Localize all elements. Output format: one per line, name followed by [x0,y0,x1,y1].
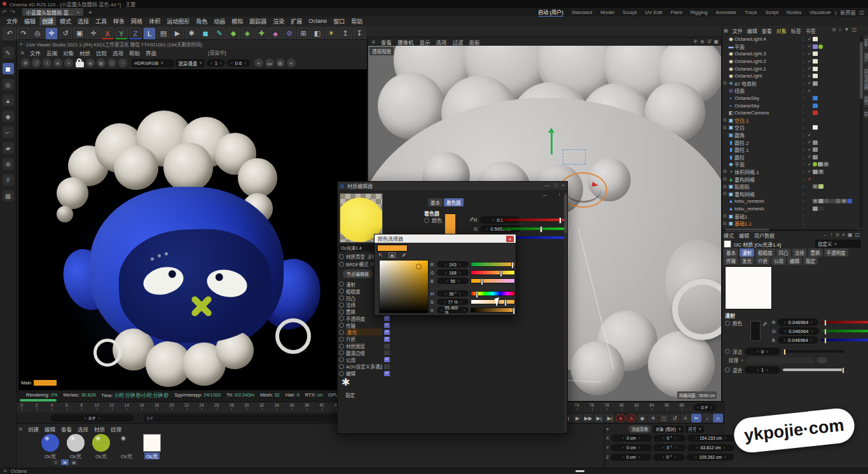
object-row[interactable]: ◆ 平面 : ✓ ? [722,161,858,168]
material-label[interactable]: Oc光 [144,452,160,459]
viewport-label[interactable]: 透视视图 [369,47,394,55]
preset-dropdown[interactable]: 自定义 [815,240,861,248]
object-row[interactable]: ◉ OctaneLight : ✓ [722,72,858,80]
channel-checkbox[interactable] [384,316,390,321]
toolbar-icon[interactable]: ◎ [31,27,44,40]
channel-tab[interactable]: 介质 [755,257,770,265]
transport-icon[interactable]: ✛ [648,414,658,423]
toolbar-icon[interactable]: Z [129,27,142,40]
object-tag[interactable] [813,44,818,49]
texture-field[interactable] [746,357,815,363]
material-item[interactable]: Oc光 [65,434,86,459]
toolbar-icon[interactable]: ⊘ [283,27,296,40]
mode-icon[interactable]: ✎ [3,47,14,58]
toolbar-icon[interactable]: ◆ [227,27,240,40]
channel-row[interactable]: AOV自定义多通道 [339,363,390,370]
object-row[interactable]: ◉ OctaneLight.1 : ✓ [722,65,858,72]
layout-tab[interactable]: Paint [670,9,682,16]
channel-row[interactable]: 介质 [339,335,390,342]
close-tab-icon[interactable]: × [76,10,79,15]
material-label[interactable]: Oc光 [68,452,83,459]
new-ui-button[interactable]: 新界面 [840,9,855,16]
layout-tab[interactable]: Sculpt [623,9,637,16]
object-tag[interactable]: ? [841,199,846,203]
eyedropper-icon[interactable]: ✎ [401,253,406,257]
toolbar-icon[interactable]: ◼ [199,27,212,40]
object-tag[interactable] [813,155,818,159]
viewport-nav-icon[interactable]: ⊕ [700,39,705,44]
add-tab-button[interactable]: + [88,9,92,16]
object-tag[interactable] [813,147,818,152]
channel-tab[interactable]: 发光 [740,257,754,265]
menu-item[interactable]: 面板 [469,38,480,46]
menu-item[interactable]: 对象 [63,49,74,57]
dock-tab[interactable]: 层 [864,109,868,119]
visibility-dots[interactable]: : [800,161,806,167]
visibility-dots[interactable]: : [800,184,806,189]
menu-item[interactable]: 文件 [4,17,20,26]
object-name[interactable]: OctaneLight.1 [734,66,766,72]
visibility-dots[interactable]: : [800,44,806,50]
viewport-nav-icon[interactable]: ✛ [693,39,698,44]
object-name[interactable]: OctaneLight.4 [734,36,766,42]
rotation-spinner[interactable]: 0 ° [653,454,685,461]
up-icon[interactable]: ↑ [558,191,561,198]
menu-item[interactable]: 编辑 [739,232,749,239]
visibility-dots[interactable]: : [800,132,806,138]
channel-checkbox[interactable] [384,350,390,355]
mix-spinner[interactable]: 1 [745,366,780,374]
menu-item[interactable]: 渲染 [270,17,287,26]
menu-item[interactable]: 对象 [776,27,787,34]
lv-tool-icon[interactable]: ▣ [97,58,106,67]
eyedropper-icon[interactable]: ✎ [761,322,768,327]
lv-tool-icon[interactable]: ⊙ [107,58,116,67]
object-name[interactable]: 体积网格.1 [734,168,759,175]
shader-tab[interactable]: 着色器 [444,198,464,207]
dock-tab[interactable]: 对象 [864,36,868,49]
close-icon[interactable]: × [20,41,22,47]
slider-spinner[interactable]: 77 % [437,299,469,305]
object-name[interactable]: tobu_remesh [734,198,764,204]
enable-check[interactable]: ✓ [806,51,813,57]
toolbar-icon[interactable]: ✚ [255,27,268,40]
add-layout-button[interactable]: + [829,10,832,15]
document-tab[interactable]: 小蓝魔头骷髅刚-蓝... × [22,8,83,16]
shader-g-slider[interactable] [502,227,565,230]
mode-icon[interactable]: # [3,174,14,186]
saturation-value-square[interactable] [379,260,429,313]
menu-item[interactable]: 材质 [94,425,105,433]
menu-item[interactable]: Octane [306,17,329,25]
toolbar-icon[interactable]: ↷ [17,27,30,40]
object-name[interactable]: OctaneLight [734,73,762,79]
toolbar-icon[interactable]: ↥ [339,27,352,40]
rotation-spinner[interactable]: 0 ° [654,444,685,451]
transport-icon[interactable]: ↺ [670,414,680,423]
lv-tool-icon[interactable]: ◔ [118,58,127,67]
object-name[interactable]: 圆角 [734,132,745,139]
freeze-transform-button[interactable]: 冻结变换 [628,425,651,433]
node-editor-button[interactable]: 节点编辑器 [343,269,373,278]
channel-tab[interactable]: 漫射 [740,248,754,257]
layout-tab[interactable]: Visualize [809,9,830,16]
visibility-dots[interactable]: : [800,88,806,93]
enable-check[interactable]: ✓ [806,81,813,86]
expand-icon[interactable]: ⊟ [722,191,727,196]
object-name[interactable]: 重构网格 [734,176,755,183]
channel-row[interactable]: 传输 [339,322,390,329]
channel-row[interactable]: 公用 [339,356,390,363]
toolbar-icon[interactable]: ◧ [311,27,324,40]
menu-item[interactable]: 选择 [78,425,88,433]
material-item[interactable]: Oc光 [90,434,112,459]
mode-icon[interactable]: ▲ [3,95,14,106]
float-slider[interactable] [783,350,844,353]
position-spinner[interactable]: 0 cm [611,435,652,442]
toolbar-icon[interactable]: ↺ [59,27,72,40]
menu-item[interactable]: 角色 [193,17,210,26]
object-name[interactable]: 圆柱.1 [734,146,749,153]
diffuse-color-swatch[interactable] [750,321,761,341]
expand-icon[interactable]: ⊟ [722,125,727,130]
enable-check[interactable]: ✓ [806,147,813,152]
menu-item[interactable]: 文件 [733,27,743,34]
toolbar-icon[interactable]: ✛ [87,27,100,40]
lv-tool-icon[interactable]: ◉ [86,58,95,67]
